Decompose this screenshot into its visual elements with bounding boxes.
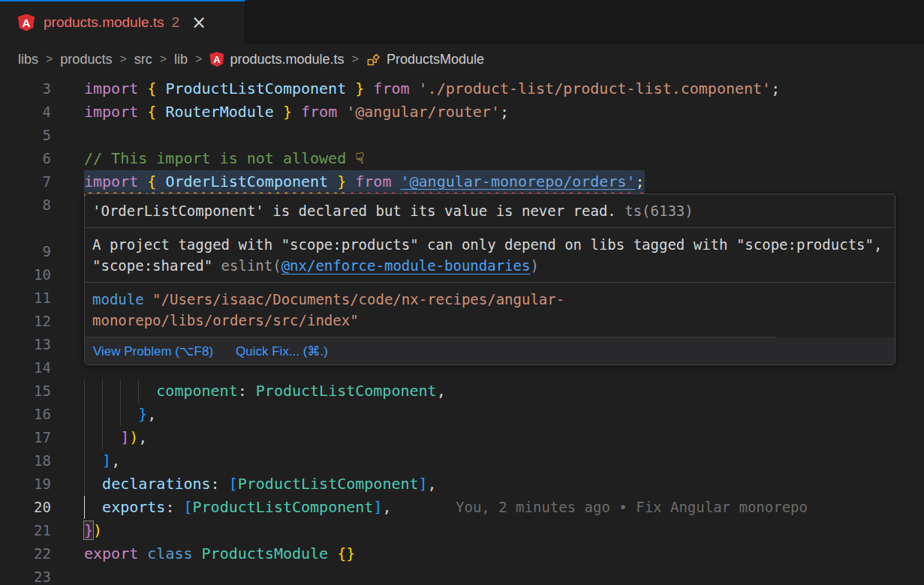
code-token: } xyxy=(283,103,292,121)
code-token xyxy=(84,428,120,446)
code-line[interactable]: }, xyxy=(84,403,156,426)
line-number[interactable]: 3 xyxy=(0,77,51,100)
line-number[interactable]: 14 xyxy=(0,356,51,380)
code-token: : xyxy=(238,382,256,400)
code-line-row: 15 component: ProductListComponent, xyxy=(0,380,924,403)
hover-message: A project tagged with "scope:products" c… xyxy=(85,228,895,283)
hover-message-text: ts(6133) xyxy=(616,202,694,219)
code-token: class xyxy=(147,544,201,562)
code-token: , xyxy=(437,382,446,400)
breadcrumb-item-src[interactable]: src xyxy=(134,52,152,68)
line-number[interactable]: 19 xyxy=(0,472,51,496)
breadcrumb-symbol-label: ProductsModule xyxy=(387,52,484,68)
tab-products-module[interactable]: A products.module.ts 2 × xyxy=(0,0,245,44)
line-number[interactable]: 8 xyxy=(0,194,51,217)
line-number[interactable]: 9 xyxy=(0,240,51,263)
line-number[interactable]: 22 xyxy=(0,542,51,566)
line-number[interactable] xyxy=(0,217,51,240)
line-number[interactable]: 16 xyxy=(0,403,51,426)
chevron-separator-icon: > xyxy=(195,52,202,66)
hover-actions-bar: View Problem (⌥F8)Quick Fix... (⌘.) xyxy=(85,338,895,364)
code-token: { xyxy=(147,103,156,121)
hover-rule-link[interactable]: @nx/enforce-module-boundaries xyxy=(281,257,531,274)
line-number[interactable]: 6 xyxy=(0,147,51,170)
code-token: OrderListComponent xyxy=(156,172,337,190)
line-number[interactable]: 15 xyxy=(0,380,51,403)
chevron-separator-icon: > xyxy=(352,52,359,66)
tab-bar: A products.module.ts 2 × xyxy=(0,0,924,44)
hover-message-text: module xyxy=(92,291,144,308)
code-line-row: 16 }, xyxy=(0,403,924,426)
code-token: '@angular/router' xyxy=(346,103,500,121)
hover-message-text: eslint( xyxy=(212,257,281,274)
line-number[interactable]: 11 xyxy=(0,286,51,310)
code-token: , xyxy=(147,405,156,423)
code-token: ] xyxy=(419,475,428,493)
code-token: '@angular-monorepo/orders' xyxy=(400,172,635,190)
code-line[interactable]: component: ProductListComponent, xyxy=(84,380,446,403)
code-token: } xyxy=(355,80,364,98)
code-line[interactable]: export class ProductsModule {} xyxy=(84,542,355,566)
breadcrumb-item-libs[interactable]: libs xyxy=(18,52,38,68)
code-token: { xyxy=(147,172,156,190)
tab-close-icon[interactable]: × xyxy=(191,14,206,32)
code-line-row: 23 xyxy=(0,566,924,585)
code-line[interactable]: // This import is not allowed ☟ xyxy=(84,147,364,170)
code-line[interactable]: ], xyxy=(84,449,120,472)
line-number[interactable]: 7 xyxy=(0,170,51,194)
symbol-class-icon xyxy=(366,52,381,67)
code-line[interactable]: import { RouterModule } from '@angular/r… xyxy=(84,100,509,124)
line-number[interactable]: 10 xyxy=(0,263,51,286)
code-token: { xyxy=(147,80,156,98)
code-token: ProductListComponent xyxy=(156,80,355,98)
breadcrumb-item-lib[interactable]: lib xyxy=(174,52,188,68)
code-token: , xyxy=(138,428,147,446)
code-token: from xyxy=(364,80,418,98)
line-number[interactable]: 23 xyxy=(0,566,51,585)
git-blame-annotation: You, 2 minutes ago • Fix Angular monorep… xyxy=(456,496,808,519)
breadcrumb-item-products[interactable]: products xyxy=(60,52,112,68)
code-token: declarations xyxy=(102,475,211,493)
code-token: RouterModule xyxy=(156,103,283,121)
code-line[interactable]: ]), xyxy=(84,426,147,449)
breadcrumb-item-symbol[interactable]: ProductsModule xyxy=(366,52,484,68)
code-line[interactable]: }) xyxy=(84,519,102,542)
code-line[interactable]: import { OrderListComponent } from '@ang… xyxy=(84,170,645,194)
line-number[interactable]: 17 xyxy=(0,426,51,449)
hover-message-text: ) xyxy=(530,257,538,274)
code-token xyxy=(84,382,156,400)
quick-fix-link[interactable]: Quick Fix... (⌘.) xyxy=(236,344,328,359)
code-line-row: 21}) xyxy=(0,519,924,542)
code-token: export xyxy=(84,544,147,562)
code-line[interactable]: import { ProductListComponent } from './… xyxy=(84,77,780,100)
code-token: ProductListComponent xyxy=(238,475,419,493)
code-token: component xyxy=(156,382,237,400)
line-number[interactable]: 20 xyxy=(0,496,51,519)
chevron-separator-icon: > xyxy=(119,52,126,66)
view-problem-link[interactable]: View Problem (⌥F8) xyxy=(93,344,213,359)
code-line[interactable]: declarations: [ProductListComponent], xyxy=(84,472,437,496)
line-number[interactable]: 4 xyxy=(0,100,51,124)
code-token: exports xyxy=(102,498,165,516)
code-token: ProductsModule xyxy=(202,544,338,562)
code-line-row: 20 exports: [ProductListComponent],You, … xyxy=(0,496,924,519)
code-token: // This import is not allowed xyxy=(84,149,355,167)
angular-file-icon: A xyxy=(18,14,35,32)
code-line-row: 19 declarations: [ProductListComponent], xyxy=(0,472,924,496)
line-number[interactable]: 21 xyxy=(0,519,51,542)
code-token: import xyxy=(84,172,147,190)
code-token xyxy=(84,452,102,470)
hover-message-text: "/Users/isaac/Documents/code/nx-recipes/… xyxy=(92,291,564,328)
breadcrumb-item-file[interactable]: Aproducts.module.ts xyxy=(209,52,344,68)
code-line[interactable]: exports: [ProductListComponent], xyxy=(84,496,391,519)
code-token xyxy=(84,475,102,493)
line-number[interactable]: 13 xyxy=(0,333,51,356)
code-token: : xyxy=(211,475,229,493)
line-number[interactable]: 12 xyxy=(0,310,51,333)
breadcrumb-file-label: products.module.ts xyxy=(230,52,344,68)
hover-message-text: 'OrderListComponent' is declared but its… xyxy=(92,202,616,219)
code-token: ; xyxy=(500,103,509,121)
line-number[interactable]: 5 xyxy=(0,124,51,147)
code-token: , xyxy=(111,452,120,470)
line-number[interactable]: 18 xyxy=(0,449,51,472)
